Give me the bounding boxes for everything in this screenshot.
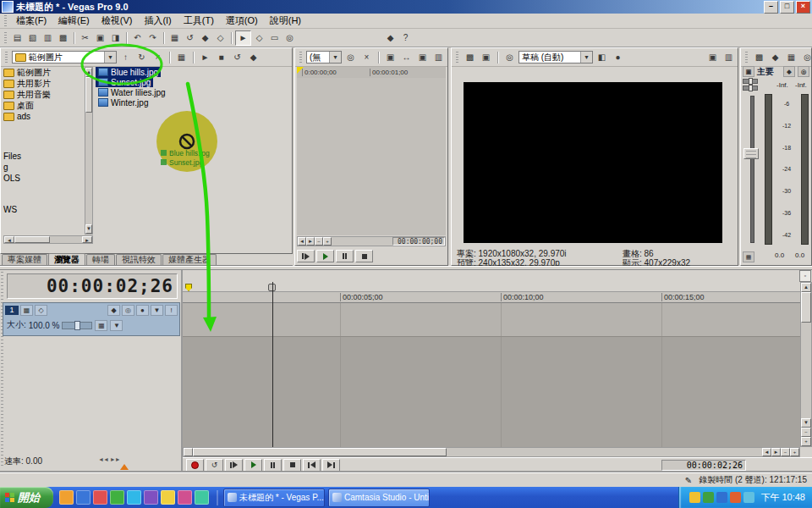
timeline-ruler[interactable]: 00:00:05;00 00:00:10;00 00:00:15;00 <box>183 292 800 303</box>
whats-this-icon[interactable]: ? <box>398 31 413 45</box>
volume-fader-handle[interactable] <box>743 148 759 159</box>
minimize-button[interactable]: – <box>764 1 778 14</box>
scroll-left-icon[interactable]: ◄ <box>4 236 14 243</box>
play-button[interactable] <box>244 459 262 472</box>
insert-fx-icon[interactable]: ◆ <box>768 51 782 64</box>
zoom-out-icon[interactable]: − <box>315 237 323 246</box>
tab-transitions[interactable]: 轉場 <box>86 254 115 265</box>
menu-edit[interactable]: 編輯(E) <box>53 14 95 28</box>
tray-icon-3[interactable] <box>716 492 727 503</box>
tab-explorer[interactable]: 瀏覽器 <box>48 253 85 265</box>
remove-media-icon[interactable]: × <box>359 51 374 64</box>
open-icon[interactable]: ▧ <box>25 31 40 45</box>
restore-button[interactable]: □ <box>780 1 794 14</box>
taskbar-window-vegas[interactable]: 未標題的 * - Vegas P... <box>223 489 325 507</box>
tree-vertical-scrollbar[interactable]: ▲ ▼ <box>85 67 93 235</box>
pause-button[interactable] <box>336 250 354 262</box>
menu-file[interactable]: 檔案(F) <box>11 14 52 28</box>
chevron-down-icon[interactable]: ▼ <box>329 52 341 63</box>
stop-button[interactable] <box>283 459 301 472</box>
quicklaunch-icon-6[interactable] <box>144 490 158 505</box>
track-area[interactable] <box>183 303 800 447</box>
tab-project-media[interactable]: 專案媒體 <box>2 254 47 265</box>
stop-preview-icon[interactable]: ■ <box>214 51 228 64</box>
lock-envelopes-icon[interactable]: ◆ <box>198 31 212 45</box>
menu-view[interactable]: 檢視(V) <box>96 14 138 28</box>
video-display[interactable] <box>464 82 722 243</box>
tray-icon-5[interactable] <box>743 492 754 503</box>
close-button[interactable]: × <box>796 1 810 14</box>
project-properties-icon[interactable]: ▩ <box>463 51 477 64</box>
solo-icon[interactable]: ● <box>136 305 149 316</box>
folder-combo[interactable]: 範例圖片 ▼ <box>12 51 117 64</box>
mixer-properties-icon[interactable]: ▦ <box>784 51 798 64</box>
timeline-zoom-in-icon[interactable]: + <box>790 448 799 456</box>
tab-media-generators[interactable]: 媒體產生器 <box>162 254 217 265</box>
meter-options-icon[interactable]: ▦ <box>743 251 754 262</box>
file-item[interactable]: Water lilies.jpg <box>96 87 168 97</box>
interactive-tutorials-icon[interactable]: ◆ <box>383 31 398 45</box>
selection-tool-icon[interactable]: ▭ <box>267 31 282 45</box>
quicklaunch-icon-8[interactable] <box>178 490 192 505</box>
scroll-right-icon[interactable]: ► <box>306 237 315 246</box>
dock-button[interactable]: ▫ <box>799 270 811 282</box>
quicklaunch-icon-9[interactable] <box>195 490 209 505</box>
downmix-icon[interactable]: ◎ <box>800 51 812 64</box>
video-track-lane[interactable] <box>183 303 800 337</box>
copy-icon[interactable]: ▣ <box>93 31 107 45</box>
pause-button[interactable] <box>264 459 282 472</box>
quicklaunch-icon-2[interactable] <box>76 490 91 505</box>
refresh-icon[interactable]: ↻ <box>134 51 149 64</box>
grab-frame-icon[interactable]: ● <box>611 51 625 64</box>
paste-icon[interactable]: ◨ <box>108 31 123 45</box>
tree-item[interactable]: WS <box>3 204 84 215</box>
scroll-thumb[interactable] <box>801 292 811 323</box>
add-to-favorites-icon[interactable]: ◆ <box>246 51 261 64</box>
automation-icon[interactable]: ▼ <box>151 305 163 316</box>
delete-icon[interactable]: × <box>151 51 165 64</box>
track-motion-icon[interactable]: ▦ <box>20 305 33 316</box>
timeline-marker-icon[interactable] <box>185 284 192 291</box>
start-preview-icon[interactable]: ► <box>198 51 212 64</box>
bus-fx-icon[interactable]: ◆ <box>783 66 795 77</box>
taskbar-window-camtasia[interactable]: Camtasia Studio - Unti... <box>328 489 430 507</box>
views-icon[interactable]: ▦ <box>174 51 189 64</box>
scroll-down-icon[interactable]: ▼ <box>801 418 811 428</box>
play-from-start-button[interactable] <box>225 459 243 472</box>
scroll-thumb[interactable] <box>193 448 447 456</box>
preview-quality-combo[interactable]: 草稿 (自動) ▼ <box>518 51 593 64</box>
save-icon[interactable]: ▥ <box>41 31 55 45</box>
warn-icon[interactable]: ! <box>165 305 178 316</box>
parent-compositing-icon[interactable]: ▼ <box>110 320 123 331</box>
redo-icon[interactable]: ↷ <box>145 31 160 45</box>
tray-icon-4[interactable] <box>730 492 741 503</box>
snapping-icon[interactable]: ▦ <box>167 31 182 45</box>
quicklaunch-icon-5[interactable] <box>127 490 141 505</box>
normal-edit-tool-icon[interactable]: ► <box>235 30 251 46</box>
play-from-start-button[interactable] <box>297 250 315 262</box>
tab-video-fx[interactable]: 視訊特效 <box>116 254 162 265</box>
menu-tools[interactable]: 工具(T) <box>178 14 219 28</box>
menu-help[interactable]: 說明(H) <box>265 14 306 28</box>
tree-item[interactable]: Files <box>3 151 84 162</box>
trimmer-ruler[interactable]: 0:00:00;00 00:00:01;00 <box>297 67 446 79</box>
scroll-right-icon[interactable]: ► <box>82 236 92 243</box>
scroll-left-icon[interactable]: ◄ <box>298 237 306 246</box>
start-button[interactable]: 開始 <box>0 487 53 508</box>
scroll-down-icon[interactable]: ▼ <box>85 224 92 234</box>
track-fx-icon[interactable]: ◆ <box>107 305 120 316</box>
insert-bus-icon[interactable]: ▩ <box>752 51 766 64</box>
chevron-down-icon[interactable]: ▼ <box>104 52 116 63</box>
track-zoom-out-icon[interactable]: − <box>801 428 811 437</box>
bus-mute-icon[interactable]: ◎ <box>798 66 809 77</box>
scroll-up-icon[interactable]: ▲ <box>85 68 92 77</box>
magnify-icon[interactable]: ◎ <box>343 51 358 64</box>
go-to-end-button[interactable] <box>322 459 340 472</box>
snapshot-save-icon[interactable]: ▥ <box>721 51 736 64</box>
tree-item[interactable]: 桌面 <box>3 100 84 111</box>
properties-icon[interactable]: ▩ <box>56 31 70 45</box>
auto-ripple-icon[interactable]: ↺ <box>183 31 197 45</box>
track-header[interactable]: 1 ▦ ◇ ◆ ◎ ● ▼ ! 大小: 100.0 % ▦ ▼ <box>3 302 180 336</box>
pan-slider-right[interactable] <box>743 86 758 91</box>
trimmer-preset-combo[interactable]: (無 ▼ <box>306 51 342 64</box>
